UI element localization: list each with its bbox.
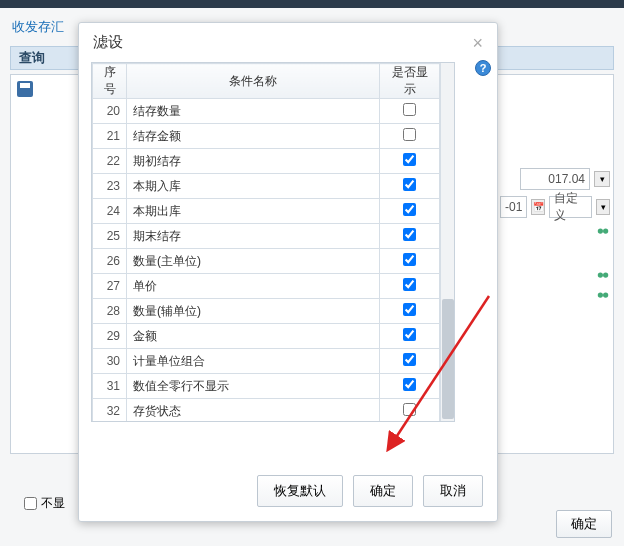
custom-dropdown-button[interactable]: ▾ (596, 199, 610, 215)
calendar-icon[interactable]: 📅 (531, 199, 545, 215)
cell-show (380, 399, 440, 422)
cell-name: 本期出库 (127, 199, 380, 224)
cell-seq: 25 (93, 224, 127, 249)
table-row[interactable]: 27单价 (93, 274, 440, 299)
svg-point-3 (603, 272, 608, 277)
lookup-icon[interactable] (596, 288, 610, 302)
right-fields: 017.04 ▾ -01 📅 自定义 ▾ (500, 168, 610, 308)
cell-seq: 28 (93, 299, 127, 324)
cell-show (380, 124, 440, 149)
col-seq: 序号 (93, 64, 127, 99)
table-row[interactable]: 32存货状态 (93, 399, 440, 422)
cell-name: 计量单位组合 (127, 349, 380, 374)
show-checkbox[interactable] (403, 328, 416, 341)
restore-defaults-button[interactable]: 恢复默认 (257, 475, 343, 507)
cell-name: 本期入库 (127, 174, 380, 199)
cell-seq: 22 (93, 149, 127, 174)
cell-show (380, 324, 440, 349)
cell-name: 结存数量 (127, 99, 380, 124)
table-row[interactable]: 31数值全零行不显示 (93, 374, 440, 399)
svg-point-2 (598, 272, 603, 277)
cell-seq: 21 (93, 124, 127, 149)
close-icon[interactable]: × (472, 34, 483, 52)
cell-name: 期末结存 (127, 224, 380, 249)
show-checkbox[interactable] (403, 178, 416, 191)
show-checkbox[interactable] (403, 378, 416, 391)
scrollbar-vertical[interactable] (440, 63, 454, 421)
cell-show (380, 249, 440, 274)
show-checkbox[interactable] (403, 303, 416, 316)
dialog-ok-button[interactable]: 确定 (353, 475, 413, 507)
cell-seq: 30 (93, 349, 127, 374)
table-row[interactable]: 21结存金额 (93, 124, 440, 149)
filter-dialog: 滤设 × ? 序号 条件名称 是否显示 20结存数量21结存金额22期初结存23… (78, 22, 498, 522)
cell-show (380, 274, 440, 299)
table-row[interactable]: 28数量(辅单位) (93, 299, 440, 324)
cell-name: 数量(主单位) (127, 249, 380, 274)
dialog-cancel-button[interactable]: 取消 (423, 475, 483, 507)
table-row[interactable]: 24本期出库 (93, 199, 440, 224)
cell-name: 期初结存 (127, 149, 380, 174)
cell-show (380, 174, 440, 199)
app-titlebar (0, 0, 624, 8)
page-ok-button[interactable]: 确定 (556, 510, 612, 538)
cell-seq: 29 (93, 324, 127, 349)
cell-seq: 31 (93, 374, 127, 399)
help-icon[interactable]: ? (475, 60, 491, 76)
table-row[interactable]: 22期初结存 (93, 149, 440, 174)
cell-name: 存货状态 (127, 399, 380, 422)
cell-seq: 27 (93, 274, 127, 299)
cell-show (380, 374, 440, 399)
cell-show (380, 199, 440, 224)
show-checkbox[interactable] (403, 128, 416, 141)
table-row[interactable]: 26数量(主单位) (93, 249, 440, 274)
svg-point-1 (603, 228, 608, 233)
cell-name: 金额 (127, 324, 380, 349)
save-icon[interactable] (17, 81, 33, 97)
show-checkbox[interactable] (403, 203, 416, 216)
cell-show (380, 224, 440, 249)
breadcrumb-link[interactable]: 收发存汇 (10, 14, 64, 46)
scrollbar-thumb[interactable] (442, 299, 454, 419)
period-field[interactable]: 017.04 (520, 168, 590, 190)
show-checkbox[interactable] (403, 153, 416, 166)
table-row[interactable]: 30计量单位组合 (93, 349, 440, 374)
cell-name: 结存金额 (127, 124, 380, 149)
date-suffix-field[interactable]: -01 (500, 196, 527, 218)
show-checkbox[interactable] (403, 228, 416, 241)
table-row[interactable]: 23本期入库 (93, 174, 440, 199)
cell-show (380, 149, 440, 174)
svg-point-0 (598, 228, 603, 233)
show-checkbox[interactable] (403, 353, 416, 366)
cell-seq: 24 (93, 199, 127, 224)
col-show: 是否显示 (380, 64, 440, 99)
cell-seq: 32 (93, 399, 127, 422)
cell-seq: 20 (93, 99, 127, 124)
bottom-checkbox-label: 不显 (41, 495, 65, 512)
col-name: 条件名称 (127, 64, 380, 99)
table-row[interactable]: 25期末结存 (93, 224, 440, 249)
conditions-table: 序号 条件名称 是否显示 20结存数量21结存金额22期初结存23本期入库24本… (91, 62, 455, 422)
show-checkbox[interactable] (403, 403, 416, 416)
cell-name: 数量(辅单位) (127, 299, 380, 324)
custom-select[interactable]: 自定义 (549, 196, 592, 218)
svg-point-5 (603, 292, 608, 297)
show-checkbox[interactable] (403, 278, 416, 291)
lookup-icon[interactable] (596, 224, 610, 238)
cell-seq: 23 (93, 174, 127, 199)
cell-name: 单价 (127, 274, 380, 299)
cell-show (380, 349, 440, 374)
cell-seq: 26 (93, 249, 127, 274)
svg-point-4 (598, 292, 603, 297)
table-row[interactable]: 29金额 (93, 324, 440, 349)
show-checkbox[interactable] (403, 103, 416, 116)
cell-show (380, 99, 440, 124)
cell-show (380, 299, 440, 324)
dialog-title: 滤设 (93, 33, 123, 52)
period-dropdown-button[interactable]: ▾ (594, 171, 610, 187)
bottom-checkbox[interactable] (24, 497, 37, 510)
table-row[interactable]: 20结存数量 (93, 99, 440, 124)
show-checkbox[interactable] (403, 253, 416, 266)
lookup-icon[interactable] (596, 268, 610, 282)
cell-name: 数值全零行不显示 (127, 374, 380, 399)
